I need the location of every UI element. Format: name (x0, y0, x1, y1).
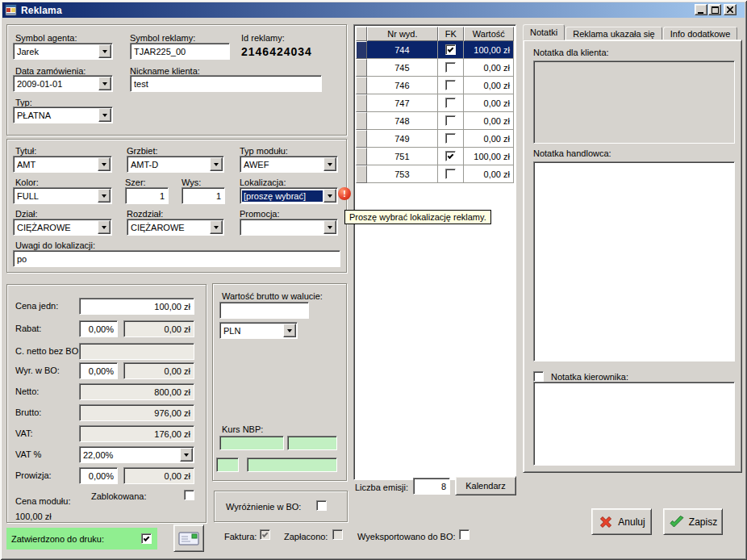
chevron-down-icon[interactable] (323, 157, 336, 171)
wyeksportowano-checkbox[interactable] (459, 529, 469, 540)
cell-nr-wyd[interactable]: 753 (367, 165, 438, 183)
zatwierdzono-checkbox[interactable] (141, 533, 152, 544)
grid-row[interactable]: 7490,00 zł (356, 130, 514, 148)
wyr-pct-field[interactable]: 0,00% (79, 362, 118, 379)
cell-nr-wyd[interactable]: 744 (367, 41, 438, 59)
grid-row[interactable]: 7530,00 zł (356, 165, 514, 183)
row-selector[interactable] (356, 77, 367, 94)
cell-nr-wyd[interactable]: 746 (367, 77, 438, 94)
zablokowana-checkbox[interactable] (184, 490, 194, 500)
chevron-down-icon[interactable] (180, 448, 193, 462)
cell-wartosc[interactable]: 100,00 zł (464, 148, 514, 165)
cell-nr-wyd[interactable]: 749 (367, 130, 438, 148)
grzbiet-combo[interactable]: AMT-D (127, 156, 224, 173)
rozdzial-combo[interactable]: CIĘŻAROWE (127, 219, 224, 236)
fk-checkbox[interactable] (445, 98, 456, 108)
tab-info-dodatkowe[interactable]: Info dodatkowe (663, 27, 738, 40)
cell-wartosc[interactable]: 0,00 zł (464, 77, 514, 94)
grid-row[interactable]: 744100,00 zł (356, 41, 514, 59)
typ-modulu-combo[interactable]: AWEF (240, 156, 338, 173)
kurs-field-1 (219, 436, 284, 450)
row-selector[interactable] (356, 130, 367, 148)
tab-reklama-ukazala-sie[interactable]: Reklama ukazała się (565, 27, 662, 40)
wys-field[interactable]: 1 (182, 187, 225, 204)
fk-checkbox[interactable] (445, 44, 456, 55)
cell-wartosc[interactable]: 0,00 zł (464, 94, 514, 112)
row-selector[interactable] (356, 94, 367, 112)
row-selector[interactable] (356, 148, 367, 165)
chevron-down-icon[interactable] (98, 220, 111, 234)
fk-checkbox[interactable] (445, 115, 456, 126)
prowizja-pct-field[interactable]: 0,00% (79, 467, 118, 484)
notatki-tab-page: Notatka dla klienta: Notatka handlowca: … (523, 40, 742, 473)
uwagi-field[interactable]: po (13, 250, 340, 267)
close-button[interactable] (724, 4, 737, 15)
szer-field[interactable]: 1 (125, 187, 169, 204)
row-selector[interactable] (356, 165, 367, 183)
fk-checkbox[interactable] (445, 62, 456, 73)
fk-checkbox[interactable] (445, 169, 456, 179)
liczba-emisji-field[interactable]: 8 (413, 478, 450, 495)
grid-row[interactable]: 7480,00 zł (356, 112, 514, 130)
rabat-pct-field[interactable]: 0,00% (79, 320, 118, 337)
column-header-wartosc[interactable]: Wartość (464, 27, 514, 41)
cell-nr-wyd[interactable]: 747 (367, 94, 438, 112)
chevron-down-icon[interactable] (210, 157, 223, 171)
tytul-combo[interactable]: AMT (13, 156, 112, 173)
typ-combo[interactable]: PŁATNA (13, 107, 113, 123)
notatka-kierownika-textarea[interactable] (533, 382, 735, 466)
chevron-down-icon[interactable] (283, 324, 296, 337)
notatka-kierownika-checkbox[interactable] (533, 371, 544, 382)
maximize-button[interactable] (708, 4, 721, 15)
cell-wartosc[interactable]: 0,00 zł (464, 112, 514, 130)
titlebar[interactable]: Reklama (2, 2, 745, 18)
chevron-down-icon[interactable] (323, 220, 336, 234)
chevron-down-icon[interactable] (323, 189, 336, 203)
notatka-handlowca-textarea[interactable] (533, 161, 735, 361)
row-selector[interactable] (356, 41, 367, 59)
cell-wartosc[interactable]: 0,00 zł (464, 130, 514, 148)
chevron-down-icon[interactable] (98, 108, 111, 122)
cena-jedn-field[interactable]: 100,00 zł (79, 298, 194, 315)
chevron-down-icon[interactable] (98, 77, 111, 90)
grid-row[interactable]: 7450,00 zł (356, 59, 514, 77)
symbol-agenta-combo[interactable]: Jarek (13, 43, 113, 60)
chevron-down-icon[interactable] (210, 220, 223, 234)
column-header-fk[interactable]: FK (438, 27, 464, 41)
grid-row[interactable]: 751100,00 zł (356, 148, 514, 165)
cell-wartosc[interactable]: 0,00 zł (464, 165, 514, 183)
cell-nr-wyd[interactable]: 748 (367, 112, 438, 130)
grid-row[interactable]: 7470,00 zł (356, 94, 514, 112)
kolor-combo[interactable]: FULL (13, 187, 112, 204)
tab-notatki[interactable]: Notatki (523, 24, 565, 40)
symbol-reklamy-field[interactable]: TJAR225_00 (130, 43, 230, 60)
currency-value-field[interactable] (219, 302, 309, 319)
column-header-nr-wyd[interactable]: Nr wyd. (367, 27, 438, 41)
dzial-combo[interactable]: CIĘŻAROWE (13, 219, 112, 236)
kalendarz-button[interactable]: Kalendarz (455, 476, 516, 495)
cell-wartosc[interactable]: 100,00 zł (464, 41, 514, 59)
fk-checkbox[interactable] (445, 133, 456, 144)
cell-nr-wyd[interactable]: 745 (367, 59, 438, 77)
row-selector[interactable] (356, 112, 367, 130)
email-button[interactable] (173, 524, 204, 552)
chevron-down-icon[interactable] (98, 189, 111, 203)
minimize-button[interactable] (695, 4, 707, 15)
zapisz-button[interactable]: Zapisz (663, 508, 723, 535)
row-selector[interactable] (356, 59, 367, 77)
anuluj-button[interactable]: Anuluj (591, 508, 652, 535)
fk-checkbox[interactable] (445, 80, 456, 90)
grid-row[interactable]: 7460,00 zł (356, 77, 514, 94)
chevron-down-icon[interactable] (98, 44, 111, 58)
data-zamowienia-combo[interactable]: 2009-01-01 (13, 75, 113, 92)
fk-checkbox[interactable] (445, 151, 456, 161)
promocja-combo[interactable] (240, 219, 338, 236)
vat-pct-combo[interactable]: 22,00% (79, 446, 194, 463)
lokalizacja-combo[interactable]: [proszę wybrać] (240, 187, 338, 204)
nickname-field[interactable]: test (130, 75, 322, 92)
cell-nr-wyd[interactable]: 751 (367, 148, 438, 165)
cell-wartosc[interactable]: 0,00 zł (464, 59, 514, 77)
wyroznienie-checkbox[interactable] (316, 500, 327, 511)
currency-combo[interactable]: PLN (219, 322, 298, 339)
chevron-down-icon[interactable] (98, 157, 111, 171)
